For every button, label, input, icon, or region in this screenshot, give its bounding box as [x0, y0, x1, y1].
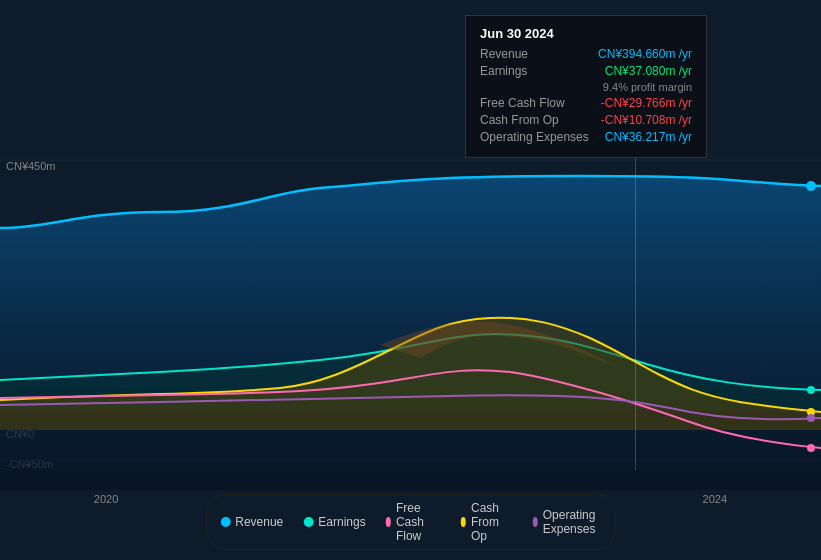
legend-fcf-label: Free Cash Flow [396, 501, 441, 543]
legend-opex-label: Operating Expenses [543, 508, 601, 536]
tooltip-cash-from-op: Cash From Op -CN¥10.708m /yr [480, 113, 692, 127]
legend-cashop-label: Cash From Op [471, 501, 512, 543]
legend-fcf-dot [386, 517, 391, 527]
tooltip-profit-margin: 9.4% profit margin [480, 81, 692, 93]
legend-revenue[interactable]: Revenue [220, 501, 283, 543]
legend: Revenue Earnings Free Cash Flow Cash Fro… [205, 494, 616, 550]
legend-earnings[interactable]: Earnings [303, 501, 365, 543]
x-label-2024: 2024 [703, 493, 727, 505]
chart-container: Jun 30 2024 Revenue CN¥394.660m /yr Earn… [0, 0, 821, 560]
legend-earnings-dot [303, 517, 313, 527]
tooltip-revenue: Revenue CN¥394.660m /yr [480, 47, 692, 61]
tooltip-earnings: Earnings CN¥37.080m /yr [480, 64, 692, 78]
x-label-2020: 2020 [94, 493, 118, 505]
chart-svg [0, 150, 821, 490]
legend-cashop-dot [461, 517, 466, 527]
legend-fcf[interactable]: Free Cash Flow [386, 501, 441, 543]
revenue-dot [806, 181, 816, 191]
legend-revenue-dot [220, 517, 230, 527]
tooltip-fcf: Free Cash Flow -CN¥29.766m /yr [480, 96, 692, 110]
tooltip-opex: Operating Expenses CN¥36.217m /yr [480, 130, 692, 144]
legend-earnings-label: Earnings [318, 515, 365, 529]
opex-dot [807, 414, 815, 422]
legend-cash-from-op[interactable]: Cash From Op [461, 501, 513, 543]
tooltip-box: Jun 30 2024 Revenue CN¥394.660m /yr Earn… [465, 15, 707, 158]
revenue-area [0, 176, 821, 490]
legend-opex-dot [532, 517, 537, 527]
earnings-dot [807, 386, 815, 394]
tooltip-date: Jun 30 2024 [480, 26, 692, 41]
vertical-line [635, 150, 636, 470]
legend-opex[interactable]: Operating Expenses [532, 501, 600, 543]
fcf-dot [807, 444, 815, 452]
legend-revenue-label: Revenue [235, 515, 283, 529]
